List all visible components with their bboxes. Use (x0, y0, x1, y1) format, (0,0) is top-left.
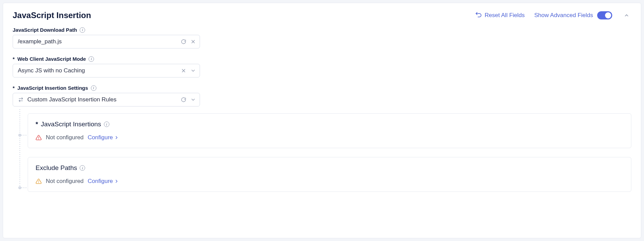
alert-triangle-icon (36, 134, 42, 141)
card-title: JavaScript Insertions (41, 120, 101, 128)
status-row: Not configured Configure (36, 134, 623, 141)
show-advanced-fields-control: Show Advanced Fields (534, 11, 612, 19)
card-title: Exclude Paths (36, 164, 77, 172)
rules-icon (18, 97, 24, 103)
field-label-row: JavaScript Download Path i (13, 27, 200, 33)
status-row: Not configured Configure (36, 178, 623, 185)
field-download-path: JavaScript Download Path i /example_path… (13, 27, 200, 48)
input-icons (180, 39, 196, 45)
settings-tree: * JavaScript Insertions i Not configured… (13, 113, 631, 192)
tree-branch (19, 135, 28, 136)
chevron-up-icon (624, 13, 629, 18)
form-column: JavaScript Download Path i /example_path… (13, 27, 200, 107)
field-insertion-settings: * JavaScript Insertion Settings i Custom… (13, 85, 200, 107)
panel-title: JavaScript Insertion (13, 11, 91, 20)
info-icon[interactable]: i (80, 27, 85, 33)
svg-point-7 (39, 139, 39, 139)
js-insertion-panel: JavaScript Insertion Reset All Fields Sh… (3, 3, 641, 238)
info-icon[interactable]: i (91, 85, 96, 91)
card-title-row: Exclude Paths i (36, 164, 623, 172)
header-actions: Reset All Fields Show Advanced Fields (475, 11, 631, 20)
chevron-down-icon[interactable] (190, 68, 196, 74)
toggle-knob (605, 12, 611, 18)
field-label-row: * Web Client JavaScript Mode i (13, 56, 200, 62)
card-title-row: * JavaScript Insertions i (36, 120, 623, 128)
advanced-fields-toggle[interactable] (597, 11, 612, 19)
chevron-right-icon (114, 179, 119, 184)
info-icon[interactable]: i (104, 122, 109, 127)
status-text: Not configured (46, 178, 84, 185)
undo-icon (475, 11, 482, 20)
reset-label: Reset All Fields (485, 12, 525, 19)
configure-label: Configure (88, 134, 113, 141)
svg-point-9 (39, 182, 39, 183)
input-icons (180, 97, 196, 103)
input-value: /example_path.js (18, 38, 180, 45)
card-exclude-paths: Exclude Paths i Not configured Configure (28, 157, 631, 192)
clear-icon[interactable] (180, 68, 187, 74)
configure-exclude-link[interactable]: Configure (88, 178, 119, 185)
card-js-insertions: * JavaScript Insertions i Not configured… (28, 113, 631, 148)
chevron-down-icon[interactable] (190, 97, 196, 103)
tree-branch (19, 187, 28, 188)
refresh-icon[interactable] (180, 97, 187, 103)
field-label: JavaScript Download Path (13, 27, 77, 33)
advanced-label: Show Advanced Fields (534, 12, 593, 19)
reset-all-fields-button[interactable]: Reset All Fields (475, 11, 525, 20)
select-value: Custom JavaScript Insertion Rules (27, 96, 180, 103)
required-marker: * (13, 85, 15, 91)
field-label-row: * JavaScript Insertion Settings i (13, 85, 200, 91)
js-mode-select[interactable]: Async JS with no Caching (13, 64, 200, 77)
panel-header: JavaScript Insertion Reset All Fields Sh… (13, 11, 631, 20)
configure-label: Configure (88, 178, 113, 185)
insertion-settings-select[interactable]: Custom JavaScript Insertion Rules (13, 93, 200, 107)
required-marker: * (36, 120, 38, 128)
field-label: Web Client JavaScript Mode (17, 56, 86, 62)
download-path-input[interactable]: /example_path.js (13, 35, 200, 48)
info-icon[interactable]: i (89, 56, 94, 62)
field-label: JavaScript Insertion Settings (17, 85, 88, 91)
select-value: Async JS with no Caching (18, 67, 180, 74)
input-icons (180, 68, 196, 74)
alert-triangle-icon (36, 178, 42, 184)
refresh-icon[interactable] (180, 39, 187, 45)
collapse-panel-button[interactable] (622, 11, 631, 20)
status-text: Not configured (46, 134, 84, 141)
field-js-mode: * Web Client JavaScript Mode i Async JS … (13, 56, 200, 77)
chevron-right-icon (114, 135, 119, 140)
configure-insertions-link[interactable]: Configure (88, 134, 119, 141)
clear-icon[interactable] (190, 39, 196, 45)
tree-line (19, 109, 20, 188)
required-marker: * (13, 56, 15, 62)
info-icon[interactable]: i (80, 165, 85, 171)
